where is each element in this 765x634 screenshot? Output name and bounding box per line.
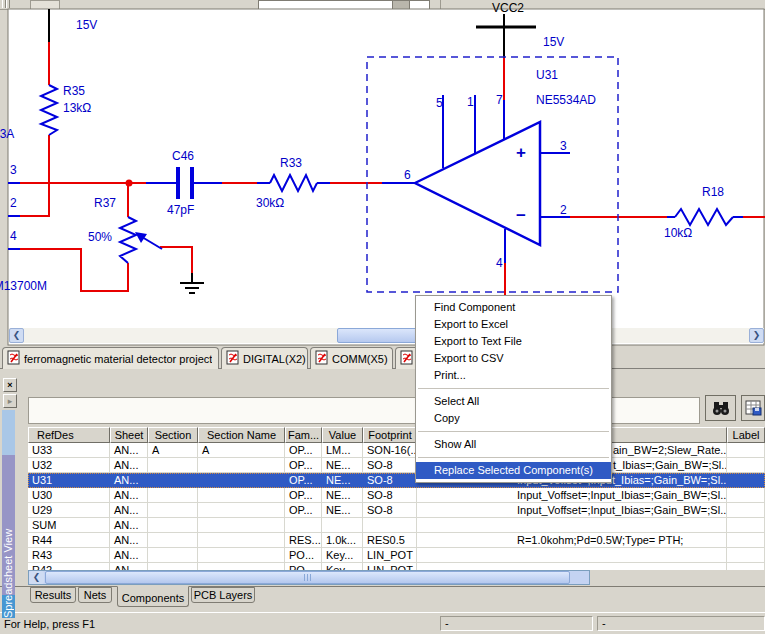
export-button[interactable] (741, 395, 765, 421)
menu-item-find-component[interactable]: Find Component (416, 299, 611, 316)
menu-item-select-all[interactable]: Select All (416, 393, 611, 410)
net-label-lm13700m[interactable]: LM13700M (0, 279, 47, 293)
close-spreadsheet-button[interactable]: × (3, 378, 17, 392)
cell (198, 548, 285, 563)
column-header-Label[interactable]: Label (727, 427, 765, 443)
cell: PO... (285, 563, 322, 570)
r37-value-label[interactable]: 50% (88, 230, 112, 244)
application-window: 15V VCC2 15V R35 13kΩ 33A LM13700M 3 2 4… (0, 0, 765, 634)
pin-number-5: 5 (436, 96, 443, 110)
r37-refdes-label[interactable]: R37 (94, 196, 116, 210)
chevron-left-icon: ❮ (13, 331, 21, 340)
r35-value-label[interactable]: 13kΩ (63, 101, 91, 115)
r18-refdes-label[interactable]: R18 (702, 185, 724, 199)
table-row-U32[interactable]: U32AN...OP...NE...SO-8t_Ibias=;Gain_BW=;… (28, 458, 765, 473)
power-net-vcc2[interactable]: VCC2 (492, 1, 524, 15)
column-header-Footprint[interactable]: Footprint (363, 427, 417, 443)
column-header-Section[interactable]: Section (148, 427, 198, 443)
bottom-tab-divider (0, 586, 765, 587)
tab-pcb-layers[interactable]: PCB Layers (191, 587, 255, 603)
cell: SO-8 (363, 458, 417, 473)
power-label-15v-right[interactable]: 15V (543, 35, 564, 49)
column-header-Value[interactable]: Value (322, 427, 363, 443)
cell (198, 533, 285, 548)
cell: LIN_POT (363, 563, 417, 570)
find-component-button[interactable] (705, 395, 736, 421)
menu-item-replace-selected-component-s-[interactable]: Replace Selected Component(s) (416, 462, 611, 479)
table-row-U33[interactable]: U33AN...AAOP...LM...SON-16(...ain_BW=2;S… (28, 443, 765, 458)
spreadsheet-view-strip[interactable]: Spreadsheet View (2, 410, 15, 618)
cell-label (727, 473, 765, 488)
scroll-left-button[interactable]: ❮ (9, 328, 24, 343)
table-row-R42[interactable]: R42AN...PO...Key...LIN_POT (28, 563, 765, 570)
schematic-canvas[interactable] (0, 0, 765, 346)
cell: RES... (285, 533, 322, 548)
u31-refdes-label[interactable]: U31 (536, 68, 558, 82)
power-label-15v-left[interactable]: 15V (76, 18, 97, 32)
r33-refdes-label[interactable]: R33 (280, 156, 302, 170)
table-row-U31[interactable]: U31AN...OP...NE...SO-8Input_Voffset=;Inp… (28, 473, 765, 488)
sheet-tab-COMM(X5)[interactable]: COMM(X5) (310, 347, 393, 369)
menu-separator (416, 427, 611, 436)
sheet-tab-label: ferromagnetic material detector project (24, 353, 212, 365)
menu-item-copy[interactable]: Copy (416, 410, 611, 427)
r33-value-label[interactable]: 30kΩ (256, 196, 284, 210)
cell: R42 (28, 563, 110, 570)
pin-number-1: 1 (467, 95, 474, 109)
c46-value-label[interactable]: 47pF (167, 203, 194, 217)
r35-refdes-label[interactable]: R35 (63, 84, 85, 98)
tab-components[interactable]: Components (117, 586, 189, 607)
table-header-row: RefDesSheetSectionSection NameFam...Valu… (28, 427, 765, 443)
table-hscrollbar[interactable]: ❮ (28, 570, 590, 585)
cell: OP... (285, 503, 322, 518)
scroll-left-button[interactable]: ❮ (29, 571, 44, 584)
components-table[interactable]: RefDesSheetSectionSection NameFam...Valu… (28, 427, 765, 570)
r18-value-label[interactable]: 10kΩ (664, 226, 692, 240)
cell-label (727, 458, 765, 473)
cell-label (727, 548, 765, 563)
cell-label (727, 533, 765, 548)
scrollbar-thumb[interactable] (45, 571, 570, 584)
net-label-33a[interactable]: 33A (0, 127, 14, 141)
table-row-SUM[interactable]: SUMAN... (28, 518, 765, 533)
expand-panel-button[interactable]: ▸ (3, 394, 17, 408)
scroll-right-button[interactable]: ❯ (749, 328, 764, 343)
cell: Key... (322, 548, 363, 563)
column-header-Sheet[interactable]: Sheet (110, 427, 148, 443)
schematic-hscrollbar[interactable]: ❮ ❯ (9, 328, 764, 343)
cell (148, 518, 198, 533)
thumb-grip (307, 574, 308, 581)
c46-refdes-label[interactable]: C46 (172, 149, 194, 163)
column-header-RefDes[interactable]: RefDes (28, 427, 110, 443)
menu-item-print-[interactable]: Print... (416, 367, 611, 384)
cell: SO-8 (363, 503, 417, 518)
schematic-sheet (8, 9, 764, 345)
schematic-doc-icon (400, 350, 413, 367)
table-row-R44[interactable]: R44AN...RES...1.0k...RES0.5R=1.0kohm;Pd=… (28, 533, 765, 548)
sheet-tab-ferromagnetic material detector project[interactable]: ferromagnetic material detector project (2, 347, 219, 369)
column-header-Fam...[interactable]: Fam... (285, 427, 322, 443)
menu-item-export-to-excel[interactable]: Export to Excel (416, 316, 611, 333)
cell (198, 458, 285, 473)
status-field-1: - (440, 616, 593, 631)
menu-item-export-to-csv[interactable]: Export to CSV (416, 350, 611, 367)
menu-item-show-all[interactable]: Show All (416, 436, 611, 453)
table-row-U29[interactable]: U29AN...OP...NE...SO-8Input_Voffset=;Inp… (28, 503, 765, 518)
table-row-R43[interactable]: R43AN...PO...Key...LIN_POT (28, 548, 765, 563)
menu-item-export-to-text-file[interactable]: Export to Text File (416, 333, 611, 350)
column-header-Section Name[interactable]: Section Name (198, 427, 285, 443)
pin-number-6: 6 (404, 168, 411, 182)
tab-results[interactable]: Results (30, 587, 76, 603)
u31-value-label[interactable]: NE5534AD (536, 93, 596, 107)
cell: R44 (28, 533, 110, 548)
spreadsheet-view-label: Spreadsheet View (2, 490, 15, 618)
cell: A (148, 443, 198, 458)
table-row-U30[interactable]: U30AN...OP...NE...SO-8Input_Voffset=;Inp… (28, 488, 765, 503)
cell-parameters: R=1.0kohm;Pd=0.5W;Type= PTH; (417, 533, 727, 548)
cell: SUM (28, 518, 110, 533)
cell-label (727, 563, 765, 570)
status-field-2: - (597, 616, 765, 631)
tab-nets[interactable]: Nets (78, 587, 112, 603)
sheet-tab-DIGITAL(X2)[interactable]: DIGITAL(X2) (221, 347, 308, 369)
cell: NE... (322, 458, 363, 473)
